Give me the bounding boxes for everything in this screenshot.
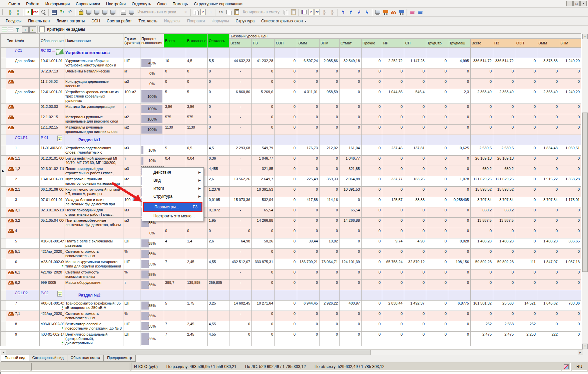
cell-base-0[interactable]: - xyxy=(229,207,252,218)
cell-name[interactable]: Материалы рулонные кровельные для нижних… xyxy=(64,125,123,135)
cell-unit[interactable] xyxy=(123,290,140,301)
cell-base-10[interactable]: 0 xyxy=(448,187,471,197)
cell-ostalos[interactable] xyxy=(208,290,229,301)
cell-vypolneno[interactable]: 0,04 xyxy=(186,156,208,166)
row-marker-cell[interactable] xyxy=(1,218,6,228)
cell-base-1[interactable]: 0 xyxy=(252,104,275,114)
panel-button-панель-цен[interactable]: Панель цен xyxy=(25,17,53,25)
cell-vsego[interactable]: 7 xyxy=(164,332,186,346)
cell-current-2[interactable] xyxy=(515,48,537,58)
cell-base-9[interactable]: 0 xyxy=(426,249,448,259)
cell-base-4[interactable]: 0 xyxy=(320,218,340,228)
cell-percent[interactable]: 35% xyxy=(140,280,164,290)
cell-current-4[interactable] xyxy=(559,135,581,145)
close-button[interactable]: × xyxy=(580,1,587,6)
row-marker-cell[interactable] xyxy=(1,187,6,197)
cell-current-2[interactable]: 0 xyxy=(515,125,537,135)
cell-base-2[interactable]: 0 xyxy=(275,156,297,166)
cell-unit[interactable]: ШТ xyxy=(123,321,140,332)
column-header[interactable]: ЗПМ xyxy=(559,39,581,48)
cell-name[interactable]: Битум нефтяной дорожный МГ 40/70, МГ 70/… xyxy=(64,156,123,166)
insert-row-icon[interactable] xyxy=(192,9,200,16)
cell-base-2[interactable]: 0 xyxy=(275,269,297,280)
cell-base-8[interactable]: 4,98 xyxy=(404,238,426,249)
cell-current-1[interactable]: 2 363,49 xyxy=(493,89,515,104)
cell-base-5[interactable]: 0 xyxy=(340,104,362,114)
cell-ostalos[interactable]: 0 xyxy=(208,228,229,238)
cell-base-9[interactable]: 0 xyxy=(426,280,448,290)
cell-base-7[interactable]: 65 758,24 xyxy=(382,259,404,269)
cell-base-8[interactable]: 0 xyxy=(404,321,426,332)
cell-base-8[interactable]: 0 xyxy=(404,79,426,89)
cell-vsego[interactable]: 0,4 xyxy=(164,156,186,166)
cell-current-3[interactable]: 0 xyxy=(537,269,559,280)
cell-current-1[interactable]: 25 563 xyxy=(493,301,515,311)
tree-insert-icon[interactable]: ╬ xyxy=(14,9,22,16)
cell-base-7[interactable]: 0 xyxy=(382,207,404,218)
cell-base-0[interactable]: 15 073,36 xyxy=(229,197,252,207)
cell-base-8[interactable] xyxy=(404,135,426,145)
cell-ostalos[interactable]: 0 xyxy=(208,125,229,135)
column-header[interactable]: Обоснование xyxy=(40,34,64,48)
cell-base-7[interactable]: 2 252,72 xyxy=(382,58,404,68)
column-header[interactable]: Всего xyxy=(229,39,252,48)
view-tab-2[interactable]: Сокращенный вид xyxy=(29,355,67,362)
pdf-export-icon[interactable]: PDF xyxy=(32,9,39,15)
cell-current-0[interactable]: 59 802,23 xyxy=(471,259,493,269)
cell-base-9[interactable]: 0 xyxy=(426,218,448,228)
cell-base-5[interactable]: 0 xyxy=(340,114,362,125)
cell-obosnovanie[interactable]: 999-0005 xyxy=(40,280,64,290)
column-header-всего[interactable]: Всего xyxy=(164,34,186,48)
cell-base-10[interactable]: 0 xyxy=(448,269,471,280)
cell-current-4[interactable]: 0 xyxy=(559,166,581,176)
cell-base-2[interactable]: 0 xyxy=(275,68,297,79)
cell-current-1[interactable]: 0 xyxy=(493,68,515,79)
cell-current-4[interactable]: 0 xyxy=(559,249,581,259)
cell-current-2[interactable]: 0 xyxy=(515,176,537,187)
cell-percent[interactable]: 0% xyxy=(140,79,164,89)
cell-base-3[interactable]: 176,73 xyxy=(297,145,320,156)
cell-current-1[interactable]: 0 xyxy=(493,104,515,114)
column-header[interactable]: №п/п xyxy=(14,34,40,48)
row-marker-cell[interactable] xyxy=(1,207,6,218)
cell-current-0[interactable]: 2 539,5 xyxy=(471,145,493,156)
cell-current-3[interactable]: 1 834,48 xyxy=(537,145,559,156)
cell-base-5[interactable]: 0 xyxy=(340,238,362,249)
cell-current-0[interactable]: 2 475 xyxy=(471,332,493,346)
cell-current-3[interactable]: 0 xyxy=(537,218,559,228)
cell-type[interactable] xyxy=(6,228,14,238)
cell-base-1[interactable]: 0 xyxy=(252,114,275,125)
row-marker-cell[interactable] xyxy=(1,311,6,321)
cell-base-3[interactable]: 0 xyxy=(297,125,320,135)
cell-base-9[interactable]: 0 xyxy=(426,104,448,114)
cell-npp[interactable]: ЛС1.Р1 xyxy=(14,135,40,145)
cell-base-10[interactable] xyxy=(448,48,471,58)
cell-current-2[interactable] xyxy=(515,290,537,301)
cell-current-4[interactable]: 0 xyxy=(559,68,581,79)
header-corner[interactable] xyxy=(1,34,6,48)
funnel-icon[interactable] xyxy=(14,26,21,33)
cell-vsego[interactable] xyxy=(164,290,186,301)
cell-vypolneno[interactable]: 1,75 xyxy=(186,301,208,311)
cell-current-4[interactable]: 0 xyxy=(559,114,581,125)
cell-current-0[interactable]: 26 169,13 xyxy=(471,156,493,166)
cell-current-2[interactable]: 111 xyxy=(515,259,537,269)
cell-base-2[interactable]: 0 xyxy=(275,145,297,156)
row-marker-cell[interactable] xyxy=(1,145,6,156)
cell-type[interactable] xyxy=(6,176,14,187)
cell-vsego[interactable]: 5 xyxy=(164,145,186,156)
cell-base-10[interactable]: 2,3 xyxy=(448,89,471,104)
cell-name[interactable]: Укрупнительная сборка и установка констр… xyxy=(64,58,123,68)
cell-base-0[interactable]: - xyxy=(229,156,252,166)
cell-vypolneno[interactable] xyxy=(186,249,208,259)
cell-base-3[interactable]: 6 597,24 xyxy=(297,58,320,68)
menubar-item[interactable]: Структурные справочники xyxy=(191,1,245,7)
cell-type[interactable] xyxy=(6,104,14,114)
cut-icon[interactable]: ✂ xyxy=(217,9,224,16)
cell-base-7[interactable]: 0 xyxy=(382,321,404,332)
cell-base-5[interactable]: 32 549,18 xyxy=(340,58,362,68)
organization-icon[interactable] xyxy=(128,9,135,16)
cell-vsego[interactable] xyxy=(164,48,186,58)
cell-base-9[interactable]: 0 xyxy=(426,176,448,187)
cell-base-6[interactable]: 0 xyxy=(362,58,382,68)
